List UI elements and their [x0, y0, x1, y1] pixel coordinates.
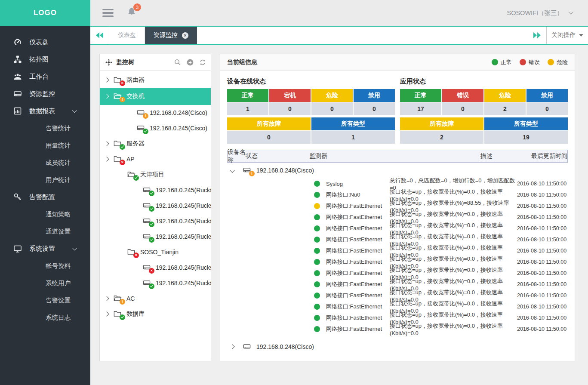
sidebar-item-label: 仪表盘: [29, 38, 49, 46]
add-icon[interactable]: [186, 59, 194, 66]
last-update-time: 2016-08-10 11:50:00: [517, 225, 568, 231]
sidebar-item[interactable]: 帐号资料: [0, 257, 90, 274]
tree-node[interactable]: 192.168.0.245(Rucks): [100, 275, 211, 291]
tree-node-label: 192.168.0.245(Rucks): [156, 218, 211, 225]
search-icon[interactable]: [174, 59, 182, 66]
tree-node[interactable]: SOSO_Tianjin: [100, 244, 211, 260]
expander-chevron-icon[interactable]: [104, 94, 109, 99]
tree-node[interactable]: 路由器: [100, 72, 211, 88]
sidebar-item[interactable]: 告警配置: [0, 188, 90, 206]
collapsed-device-row[interactable]: 192.168.0.248(Cisco): [227, 339, 568, 354]
expander-chevron-icon[interactable]: [104, 311, 109, 316]
sidebar-item[interactable]: 系统用户: [0, 274, 90, 292]
expander-chevron-icon[interactable]: [104, 296, 109, 301]
summary-column-value: 19: [484, 131, 568, 144]
tree-node-icon: [136, 124, 146, 132]
tree-node[interactable]: 192.168.0.245(Rucks): [100, 182, 211, 198]
sidebar-item[interactable]: 数据报表: [0, 102, 90, 120]
sidebar-item-label: 告警统计: [46, 124, 71, 132]
tree-node[interactable]: AC: [100, 291, 211, 306]
status-dot: [314, 214, 320, 220]
group-info-panel: 当前组信息 正常 错误: [220, 54, 575, 361]
hamburger-icon[interactable]: [102, 9, 114, 17]
panel-header: 当前组信息 正常 错误: [220, 54, 575, 71]
sidebar-item[interactable]: 告警设置: [0, 292, 90, 309]
sidebar-item[interactable]: 系统日志: [0, 309, 90, 326]
sidebar-item[interactable]: 用量统计: [0, 137, 90, 154]
tree-node[interactable]: 192.168.0.245(Cisco): [100, 120, 211, 136]
top-header: 3 SOSOWIFI（张三）: [90, 0, 588, 26]
tree-node[interactable]: 192.168.0.245(Rucks): [100, 260, 211, 275]
sidebar-item[interactable]: 系统设置: [0, 240, 90, 257]
notifications-button[interactable]: 3: [126, 7, 137, 19]
tree-node[interactable]: 192.168.0.245(Rucks): [100, 229, 211, 244]
tab-dashboard[interactable]: 仪表盘: [109, 27, 145, 44]
expanded-device-row[interactable]: 192.168.0.248(Cisco): [227, 163, 568, 178]
tree-node[interactable]: 天津项目: [100, 167, 211, 182]
sidebar-item[interactable]: 通知策略: [0, 206, 90, 223]
sidebar-item[interactable]: 拓扑图: [0, 51, 90, 68]
sidebar-item[interactable]: 工作台: [0, 68, 90, 85]
sidebar-item-icon-wrap: [13, 244, 29, 253]
application-status-section: 应用状态 正常 17 错误: [400, 77, 568, 144]
status-column-value: 0: [311, 102, 353, 115]
status-dot: [314, 315, 320, 321]
sidebar-item-label: 通知策略: [46, 210, 71, 219]
status-badge: [149, 237, 154, 243]
summary-column: 所有类型 1: [311, 117, 395, 144]
tree-node-label: 192.168.0.245(Rucks): [156, 280, 211, 286]
monitor-name: 网络接口:FastEthernet: [326, 303, 390, 311]
topology-icon: [13, 55, 22, 64]
tree-node-label: 192.168.0.245(Cisco): [150, 125, 207, 132]
tree-node[interactable]: 192.168.0.245(Rucks): [100, 213, 211, 229]
tree-node[interactable]: 192.168.0.245(Rucks): [100, 198, 211, 213]
chevron-down-icon: [568, 9, 573, 14]
gauge-icon: [13, 38, 22, 46]
tabs-scroll-left-button[interactable]: [90, 27, 109, 44]
collapse-chevron-icon[interactable]: [230, 168, 234, 172]
status-badge: [120, 80, 125, 86]
close-icon[interactable]: [182, 32, 188, 39]
status-badge: [120, 144, 125, 150]
sidebar-item-label: 系统日志: [46, 314, 71, 322]
summary-column-header: 所有故障: [227, 117, 311, 130]
tree-node[interactable]: AP: [100, 151, 211, 167]
sidebar: LOGO 仪表盘: [0, 0, 90, 385]
sidebar-item[interactable]: 成员统计: [0, 154, 90, 171]
tree-node[interactable]: 192.168.0.248(Cisco): [100, 105, 211, 120]
caret-down-icon: [579, 34, 583, 37]
sidebar-item[interactable]: 用户统计: [0, 171, 90, 188]
expander-chevron-icon[interactable]: [104, 77, 109, 82]
row-status-cell: [308, 214, 326, 220]
last-update-time: 2016-08-10 11:50:00: [517, 181, 568, 187]
tree-node[interactable]: 交换机: [100, 88, 211, 105]
monitor-tree: 路由器 交换机: [100, 71, 211, 322]
sidebar-item[interactable]: 通道设置: [0, 223, 90, 240]
device-name: 192.168.0.248(Cisco): [256, 343, 314, 350]
summary-column-value: 1: [311, 131, 395, 144]
sidebar-item[interactable]: 资源监控: [0, 85, 90, 102]
expand-chevron-icon[interactable]: [230, 344, 234, 349]
refresh-icon[interactable]: [199, 59, 206, 66]
user-menu[interactable]: SOSOWIFI（张三）: [507, 9, 572, 17]
tab-resource-monitor[interactable]: 资源监控: [145, 27, 197, 44]
row-status-cell: [308, 259, 326, 265]
main-column: 3 SOSOWIFI（张三） 仪表盘 资源监控 关: [90, 0, 588, 385]
last-update-time: 2016-08-10 11:50:00: [517, 270, 568, 276]
tree-node-icon: [113, 76, 123, 84]
storage-icon: [13, 89, 22, 98]
status-badge: [120, 314, 125, 320]
expander-chevron-icon[interactable]: [104, 157, 109, 161]
tree-node[interactable]: 服务器: [100, 136, 211, 151]
summary-column-value: 2: [400, 131, 483, 144]
status-column-header: 禁用: [526, 89, 568, 102]
tabs-scroll-right-button[interactable]: [527, 27, 546, 44]
legend-item: 危险: [548, 59, 568, 66]
sidebar-item[interactable]: 仪表盘: [0, 34, 90, 51]
summary-column-header: 所有类型: [484, 117, 568, 130]
row-status-cell: [308, 304, 326, 310]
tree-node[interactable]: 数据库: [100, 306, 211, 322]
sidebar-item[interactable]: 告警统计: [0, 120, 90, 137]
close-operations-dropdown[interactable]: 关闭操作: [546, 27, 588, 44]
expander-chevron-icon[interactable]: [104, 141, 109, 146]
